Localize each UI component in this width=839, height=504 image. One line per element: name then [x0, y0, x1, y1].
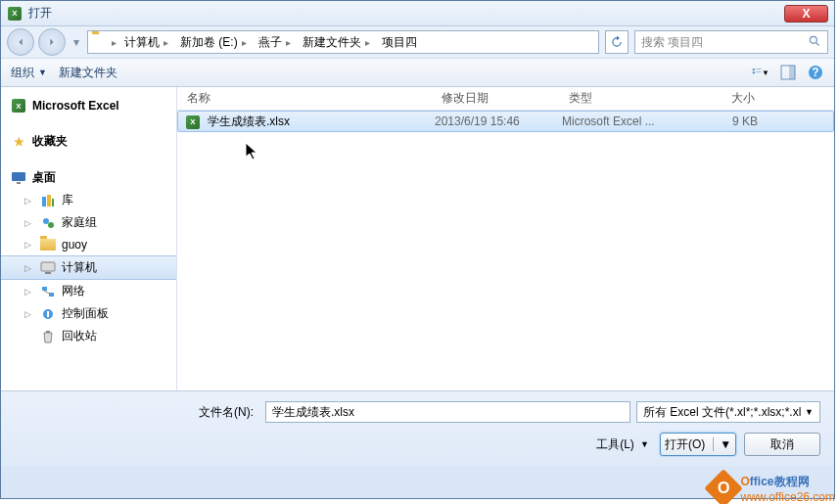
- svg-rect-4: [756, 69, 761, 69]
- excel-icon: X: [11, 98, 26, 114]
- svg-line-1: [816, 42, 819, 45]
- expand-icon: ▷: [24, 263, 34, 273]
- sidebar-item-control-panel[interactable]: ▷控制面板: [1, 302, 176, 325]
- search-input[interactable]: 搜索 项目四: [634, 30, 828, 54]
- navigation-bar: ▾ ▸ 计算机▸ 新加卷 (E:)▸ 燕子▸ 新建文件夹▸ 项目四 搜索 项目四: [1, 26, 834, 58]
- svg-rect-3: [753, 71, 756, 73]
- breadcrumb-item[interactable]: 燕子▸: [255, 34, 295, 51]
- arrow-right-icon: [45, 35, 59, 49]
- svg-rect-18: [45, 272, 51, 274]
- control-panel-icon: [40, 306, 56, 322]
- back-button[interactable]: [7, 28, 34, 56]
- column-header-modified[interactable]: 修改日期: [432, 90, 559, 107]
- organize-button[interactable]: 组织▼: [11, 65, 47, 81]
- sidebar-item-libraries[interactable]: ▷库: [1, 189, 176, 211]
- new-folder-button[interactable]: 新建文件夹: [59, 65, 117, 81]
- svg-rect-13: [47, 195, 51, 206]
- svg-rect-23: [47, 311, 49, 317]
- refresh-button[interactable]: [605, 30, 629, 54]
- help-button[interactable]: ?: [807, 64, 824, 81]
- expand-icon: ▷: [24, 287, 34, 297]
- sidebar-item-network[interactable]: ▷网络: [1, 280, 176, 302]
- close-button[interactable]: X: [784, 5, 828, 23]
- view-options-button[interactable]: ▼: [752, 64, 769, 81]
- navigation-sidebar: XMicrosoft Excel ★收藏夹 桌面 ▷库 ▷家庭组 ▷guoy ▷…: [1, 87, 177, 390]
- svg-rect-11: [17, 182, 21, 184]
- file-size: 9 KB: [689, 115, 758, 128]
- breadcrumb-item[interactable]: 计算机▸: [120, 34, 172, 51]
- sidebar-item-recycle-bin[interactable]: 回收站: [1, 325, 176, 347]
- svg-rect-2: [753, 69, 756, 70]
- user-folder-icon: [40, 237, 56, 252]
- search-icon: [808, 34, 821, 51]
- chevron-right-icon: ▸: [242, 37, 247, 48]
- file-type: Microsoft Excel ...: [562, 115, 689, 128]
- chevron-right-icon: ▸: [286, 37, 291, 48]
- star-icon: ★: [11, 134, 26, 150]
- watermark-url: www.office26.com: [741, 490, 836, 504]
- svg-text:?: ?: [812, 66, 818, 79]
- svg-point-15: [43, 218, 49, 224]
- main-content: XMicrosoft Excel ★收藏夹 桌面 ▷库 ▷家庭组 ▷guoy ▷…: [1, 87, 834, 390]
- nav-history-dropdown[interactable]: ▾: [70, 35, 83, 49]
- sidebar-item-desktop[interactable]: 桌面: [1, 166, 176, 189]
- desktop-icon: [11, 170, 26, 186]
- svg-rect-14: [52, 199, 54, 206]
- svg-rect-24: [46, 331, 50, 333]
- forward-button[interactable]: [38, 28, 66, 56]
- svg-point-0: [810, 36, 816, 43]
- close-icon: X: [802, 7, 810, 21]
- svg-point-16: [48, 222, 54, 228]
- refresh-icon: [610, 35, 624, 49]
- watermark-brand: Office教程网: [741, 472, 836, 490]
- svg-rect-10: [12, 172, 25, 181]
- library-icon: [40, 193, 56, 208]
- chevron-right-icon: ▸: [365, 37, 370, 48]
- breadcrumb-item[interactable]: 项目四: [378, 34, 421, 51]
- sidebar-item-computer[interactable]: ▷计算机: [1, 255, 176, 280]
- cancel-button[interactable]: 取消: [744, 433, 820, 456]
- svg-rect-12: [42, 197, 46, 206]
- breadcrumb-item[interactable]: 新建文件夹▸: [299, 34, 374, 51]
- file-row[interactable]: X 学生成绩表.xlsx 2013/6/19 15:46 Microsoft E…: [177, 111, 834, 132]
- dialog-footer: 文件名(N): 所有 Excel 文件(*.xl*;*.xlsx;*.xl ▼ …: [1, 390, 834, 466]
- address-bar[interactable]: ▸ 计算机▸ 新加卷 (E:)▸ 燕子▸ 新建文件夹▸ 项目四: [87, 30, 599, 54]
- chevron-right-icon: ▸: [112, 37, 117, 48]
- file-list: X 学生成绩表.xlsx 2013/6/19 15:46 Microsoft E…: [177, 111, 834, 390]
- chevron-right-icon: ▸: [163, 37, 168, 48]
- breadcrumb-item[interactable]: 新加卷 (E:)▸: [176, 34, 251, 51]
- excel-app-icon: X: [7, 6, 23, 22]
- sidebar-item-excel[interactable]: XMicrosoft Excel: [1, 95, 176, 116]
- file-name: 学生成绩表.xlsx: [208, 114, 435, 130]
- computer-icon: [40, 260, 56, 276]
- sidebar-item-homegroup[interactable]: ▷家庭组: [1, 211, 176, 234]
- svg-rect-19: [42, 287, 47, 291]
- svg-rect-20: [49, 293, 54, 297]
- svg-rect-7: [789, 66, 795, 79]
- open-button[interactable]: 打开(O)▼: [660, 433, 736, 456]
- svg-rect-5: [756, 71, 761, 72]
- file-modified: 2013/6/19 15:46: [435, 115, 562, 128]
- excel-file-icon: X: [186, 114, 202, 129]
- sidebar-item-favorites[interactable]: ★收藏夹: [1, 130, 176, 153]
- column-headers: 名称 修改日期 类型 大小: [177, 87, 834, 111]
- tools-button[interactable]: 工具(L)▼: [593, 433, 652, 456]
- watermark-logo-icon: O: [704, 469, 743, 504]
- watermark: O Office教程网 www.office26.com: [710, 472, 836, 504]
- open-file-dialog: X 打开 X ▾ ▸ 计算机▸ 新加卷 (E:)▸ 燕子▸ 新建文件夹▸ 项目四…: [0, 0, 835, 499]
- arrow-left-icon: [14, 35, 27, 49]
- file-type-filter[interactable]: 所有 Excel 文件(*.xl*;*.xlsx;*.xl ▼: [636, 401, 820, 423]
- network-icon: [40, 284, 56, 299]
- column-header-type[interactable]: 类型: [559, 90, 686, 107]
- column-header-size[interactable]: 大小: [686, 90, 765, 107]
- preview-pane-button[interactable]: [779, 64, 797, 81]
- folder-icon: [92, 34, 108, 50]
- filename-input[interactable]: [265, 401, 630, 423]
- sidebar-item-user[interactable]: ▷guoy: [1, 234, 176, 255]
- chevron-down-icon: ▼: [805, 407, 814, 417]
- column-header-name[interactable]: 名称: [177, 90, 432, 107]
- chevron-down-icon: ▼: [640, 439, 649, 449]
- expand-icon: ▷: [24, 309, 34, 319]
- toolbar: 组织▼ 新建文件夹 ▼ ?: [1, 58, 834, 87]
- file-list-area: 名称 修改日期 类型 大小 X 学生成绩表.xlsx 2013/6/19 15:…: [177, 87, 834, 390]
